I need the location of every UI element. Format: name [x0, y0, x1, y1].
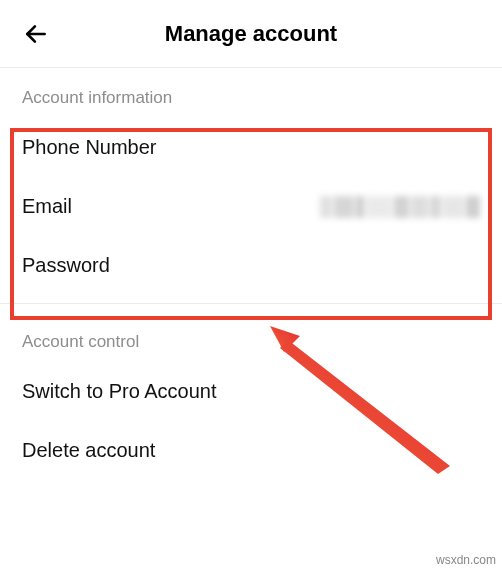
switch-pro-label: Switch to Pro Account	[22, 380, 217, 403]
page-title: Manage account	[18, 21, 484, 47]
email-value-redacted	[320, 196, 480, 218]
row-email[interactable]: Email	[0, 177, 502, 236]
header-bar: Manage account	[0, 0, 502, 68]
row-password[interactable]: Password	[0, 236, 502, 295]
delete-account-label: Delete account	[22, 439, 155, 462]
row-switch-pro[interactable]: Switch to Pro Account	[0, 362, 502, 421]
divider	[0, 303, 502, 304]
phone-number-label: Phone Number	[22, 136, 157, 159]
email-label: Email	[22, 195, 72, 218]
section-header-account-control: Account control	[0, 312, 502, 362]
row-delete-account[interactable]: Delete account	[0, 421, 502, 480]
section-header-account-info: Account information	[0, 68, 502, 118]
password-label: Password	[22, 254, 110, 277]
watermark: wsxdn.com	[436, 553, 496, 567]
row-phone-number[interactable]: Phone Number	[0, 118, 502, 177]
